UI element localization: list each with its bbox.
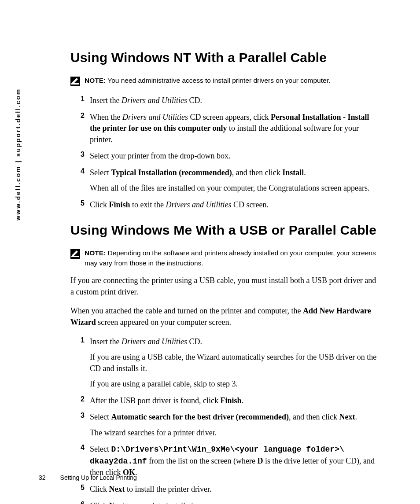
list-item: 1 Insert the Drivers and Utilities CD. <box>70 95 381 107</box>
sidebar-url: www.dell.com | support.dell.com <box>15 0 22 88</box>
list-item: 4 Select Typical Installation (recommend… <box>70 167 381 194</box>
note-row-2: NOTE: Depending on the software and prin… <box>70 248 381 268</box>
list-item: 2 After the USB port driver is found, cl… <box>70 395 381 407</box>
para-usb-intro: If you are connecting the printer using … <box>70 275 381 298</box>
list-item: 3 Select Automatic search for the best d… <box>70 412 381 438</box>
pencil-note-icon <box>70 77 80 88</box>
heading-windows-nt: Using Windows NT With a Parallel Cable <box>70 50 381 65</box>
list-item: 2 When the Drivers and Utilities CD scre… <box>70 112 381 146</box>
page: www.dell.com | support.dell.com Using Wi… <box>0 0 420 504</box>
footer-separator <box>53 475 53 481</box>
section1-steps: 1 Insert the Drivers and Utilities CD. 2… <box>70 95 381 210</box>
list-item: 6 Click Next to complete installation. <box>70 500 381 504</box>
note-text-2: NOTE: Depending on the software and prin… <box>85 248 381 268</box>
heading-windows-me: Using Windows Me With a USB or Parallel … <box>70 223 381 238</box>
list-item: 1 Insert the Drivers and Utilities CD. I… <box>70 336 381 390</box>
list-item: 5 Click Next to install the printer driv… <box>70 484 381 495</box>
note-text-1: NOTE: You need administrative access to … <box>85 76 330 85</box>
pencil-note-icon <box>70 249 80 261</box>
list-item: 5 Click Finish to exit the Drivers and U… <box>70 199 381 211</box>
list-item: 4 Select D:\Drivers\Print\Win_9xMe\<your… <box>70 444 381 478</box>
page-number: 32 <box>39 474 46 481</box>
page-content: Using Windows NT With a Parallel Cable N… <box>70 50 381 504</box>
footer-section-title: Setting Up for Local Printing <box>60 474 137 481</box>
para-add-hw-wizard: When you attached the cable and turned o… <box>70 305 381 328</box>
note-row-1: NOTE: You need administrative access to … <box>70 76 381 88</box>
list-item: 3 Select your printer from the drop-down… <box>70 151 381 162</box>
page-footer: 32 Setting Up for Local Printing <box>39 474 137 481</box>
